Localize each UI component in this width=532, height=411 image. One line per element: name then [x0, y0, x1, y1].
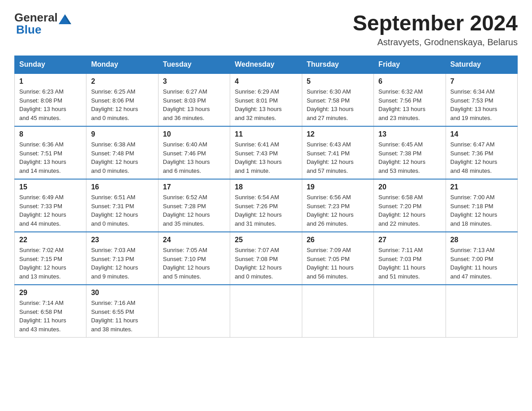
calendar-cell: 1 Sunrise: 6:23 AM Sunset: 8:08 PM Dayli… [15, 73, 86, 126]
calendar-cell: 3 Sunrise: 6:27 AM Sunset: 8:03 PM Dayli… [158, 73, 230, 126]
col-header-friday: Friday [374, 56, 446, 74]
calendar-week-4: 22 Sunrise: 7:02 AM Sunset: 7:15 PM Dayl… [15, 232, 518, 285]
col-header-tuesday: Tuesday [158, 56, 230, 74]
calendar-week-3: 15 Sunrise: 6:49 AM Sunset: 7:33 PM Dayl… [15, 179, 518, 232]
calendar-cell: 29 Sunrise: 7:14 AM Sunset: 6:58 PM Dayl… [15, 285, 86, 338]
calendar-cell: 22 Sunrise: 7:02 AM Sunset: 7:15 PM Dayl… [15, 232, 86, 285]
sun-info: Sunrise: 6:43 AM Sunset: 7:41 PM Dayligh… [307, 140, 369, 175]
sun-info: Sunrise: 7:09 AM Sunset: 7:05 PM Dayligh… [307, 246, 369, 281]
day-number: 18 [235, 183, 297, 191]
day-number: 5 [307, 77, 369, 86]
calendar-cell: 30 Sunrise: 7:16 AM Sunset: 6:55 PM Dayl… [86, 285, 158, 338]
calendar-cell: 10 Sunrise: 6:40 AM Sunset: 7:46 PM Dayl… [158, 126, 230, 179]
calendar-cell: 26 Sunrise: 7:09 AM Sunset: 7:05 PM Dayl… [302, 232, 373, 285]
calendar-cell: 8 Sunrise: 6:36 AM Sunset: 7:51 PM Dayli… [15, 126, 86, 179]
sun-info: Sunrise: 7:02 AM Sunset: 7:15 PM Dayligh… [19, 246, 82, 281]
calendar-cell [230, 285, 302, 338]
day-number: 11 [235, 130, 297, 138]
calendar-cell: 9 Sunrise: 6:38 AM Sunset: 7:48 PM Dayli… [86, 126, 158, 179]
day-number: 14 [450, 130, 513, 138]
day-number: 30 [91, 289, 153, 297]
day-number: 13 [378, 130, 441, 138]
logo-blue-text: Blue [16, 23, 41, 37]
calendar-cell: 2 Sunrise: 6:25 AM Sunset: 8:06 PM Dayli… [86, 73, 158, 126]
calendar-cell: 16 Sunrise: 6:51 AM Sunset: 7:31 PM Dayl… [86, 179, 158, 232]
sun-info: Sunrise: 6:29 AM Sunset: 8:01 PM Dayligh… [235, 87, 297, 122]
day-number: 8 [19, 130, 82, 138]
day-number: 9 [91, 130, 153, 138]
day-number: 16 [91, 183, 153, 191]
sun-info: Sunrise: 7:07 AM Sunset: 7:08 PM Dayligh… [235, 246, 297, 281]
sun-info: Sunrise: 6:58 AM Sunset: 7:20 PM Dayligh… [378, 193, 441, 228]
col-header-sunday: Sunday [15, 56, 86, 74]
calendar-cell: 18 Sunrise: 6:54 AM Sunset: 7:26 PM Dayl… [230, 179, 302, 232]
calendar-cell: 19 Sunrise: 6:56 AM Sunset: 7:23 PM Dayl… [302, 179, 373, 232]
day-number: 10 [163, 130, 225, 138]
sun-info: Sunrise: 6:47 AM Sunset: 7:36 PM Dayligh… [450, 140, 513, 175]
sun-info: Sunrise: 7:00 AM Sunset: 7:18 PM Dayligh… [450, 193, 513, 228]
day-number: 12 [307, 130, 369, 138]
calendar-cell: 15 Sunrise: 6:49 AM Sunset: 7:33 PM Dayl… [15, 179, 86, 232]
day-number: 6 [378, 77, 441, 86]
sun-info: Sunrise: 6:27 AM Sunset: 8:03 PM Dayligh… [163, 87, 225, 122]
sun-info: Sunrise: 6:52 AM Sunset: 7:28 PM Dayligh… [163, 193, 225, 228]
sun-info: Sunrise: 6:40 AM Sunset: 7:46 PM Dayligh… [163, 140, 225, 175]
calendar-week-5: 29 Sunrise: 7:14 AM Sunset: 6:58 PM Dayl… [15, 285, 518, 338]
calendar-week-2: 8 Sunrise: 6:36 AM Sunset: 7:51 PM Dayli… [15, 126, 518, 179]
sun-info: Sunrise: 7:11 AM Sunset: 7:03 PM Dayligh… [378, 246, 441, 281]
day-number: 21 [450, 183, 513, 191]
sun-info: Sunrise: 6:54 AM Sunset: 7:26 PM Dayligh… [235, 193, 297, 228]
calendar-table: SundayMondayTuesdayWednesdayThursdayFrid… [14, 56, 518, 338]
sun-info: Sunrise: 6:30 AM Sunset: 7:58 PM Dayligh… [307, 87, 369, 122]
sun-info: Sunrise: 7:03 AM Sunset: 7:13 PM Dayligh… [91, 246, 153, 281]
day-number: 27 [378, 236, 441, 244]
day-number: 23 [91, 236, 153, 244]
calendar-header-row: SundayMondayTuesdayWednesdayThursdayFrid… [15, 56, 518, 74]
sun-info: Sunrise: 6:38 AM Sunset: 7:48 PM Dayligh… [91, 140, 153, 175]
col-header-saturday: Saturday [446, 56, 517, 74]
calendar-cell: 23 Sunrise: 7:03 AM Sunset: 7:13 PM Dayl… [86, 232, 158, 285]
calendar-cell: 6 Sunrise: 6:32 AM Sunset: 7:56 PM Dayli… [374, 73, 446, 126]
calendar-cell [374, 285, 446, 338]
col-header-monday: Monday [86, 56, 158, 74]
calendar-cell: 28 Sunrise: 7:13 AM Sunset: 7:00 PM Dayl… [446, 232, 517, 285]
sun-info: Sunrise: 7:05 AM Sunset: 7:10 PM Dayligh… [163, 246, 225, 281]
day-number: 26 [307, 236, 369, 244]
calendar-cell [446, 285, 517, 338]
sun-info: Sunrise: 7:14 AM Sunset: 6:58 PM Dayligh… [19, 299, 82, 334]
sun-info: Sunrise: 6:49 AM Sunset: 7:33 PM Dayligh… [19, 193, 82, 228]
calendar-cell: 27 Sunrise: 7:11 AM Sunset: 7:03 PM Dayl… [374, 232, 446, 285]
title-area: September 2024 Astravyets, Grodnenskaya,… [353, 11, 518, 47]
sun-info: Sunrise: 6:34 AM Sunset: 7:53 PM Dayligh… [450, 87, 513, 122]
calendar-cell: 12 Sunrise: 6:43 AM Sunset: 7:41 PM Dayl… [302, 126, 373, 179]
day-number: 28 [450, 236, 513, 244]
day-number: 7 [450, 77, 513, 86]
day-number: 17 [163, 183, 225, 191]
day-number: 25 [235, 236, 297, 244]
sun-info: Sunrise: 6:45 AM Sunset: 7:38 PM Dayligh… [378, 140, 441, 175]
sun-info: Sunrise: 6:36 AM Sunset: 7:51 PM Dayligh… [19, 140, 82, 175]
sun-info: Sunrise: 6:41 AM Sunset: 7:43 PM Dayligh… [235, 140, 297, 175]
sun-info: Sunrise: 6:51 AM Sunset: 7:31 PM Dayligh… [91, 193, 153, 228]
sun-info: Sunrise: 6:32 AM Sunset: 7:56 PM Dayligh… [378, 87, 441, 122]
calendar-cell: 14 Sunrise: 6:47 AM Sunset: 7:36 PM Dayl… [446, 126, 517, 179]
calendar-cell: 13 Sunrise: 6:45 AM Sunset: 7:38 PM Dayl… [374, 126, 446, 179]
calendar-cell [302, 285, 373, 338]
col-header-wednesday: Wednesday [230, 56, 302, 74]
day-number: 24 [163, 236, 225, 244]
calendar-cell: 21 Sunrise: 7:00 AM Sunset: 7:18 PM Dayl… [446, 179, 517, 232]
day-number: 2 [91, 77, 153, 86]
calendar-cell: 24 Sunrise: 7:05 AM Sunset: 7:10 PM Dayl… [158, 232, 230, 285]
calendar-cell: 7 Sunrise: 6:34 AM Sunset: 7:53 PM Dayli… [446, 73, 517, 126]
month-title: September 2024 [353, 11, 518, 35]
calendar-week-1: 1 Sunrise: 6:23 AM Sunset: 8:08 PM Dayli… [15, 73, 518, 126]
logo: General Blue [14, 11, 71, 37]
calendar-cell: 20 Sunrise: 6:58 AM Sunset: 7:20 PM Dayl… [374, 179, 446, 232]
calendar-cell: 5 Sunrise: 6:30 AM Sunset: 7:58 PM Dayli… [302, 73, 373, 126]
day-number: 15 [19, 183, 82, 191]
col-header-thursday: Thursday [302, 56, 373, 74]
calendar-cell: 25 Sunrise: 7:07 AM Sunset: 7:08 PM Dayl… [230, 232, 302, 285]
sun-info: Sunrise: 6:25 AM Sunset: 8:06 PM Dayligh… [91, 87, 153, 122]
day-number: 29 [19, 289, 82, 297]
calendar-cell: 17 Sunrise: 6:52 AM Sunset: 7:28 PM Dayl… [158, 179, 230, 232]
